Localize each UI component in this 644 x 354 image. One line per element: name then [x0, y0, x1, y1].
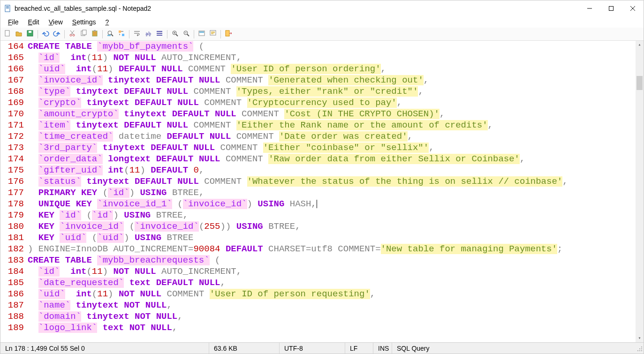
vertical-scrollbar[interactable]: ▴ ▾ — [636, 41, 644, 342]
open-icon — [15, 30, 23, 38]
toolbar-scheme-button[interactable] — [197, 29, 207, 39]
code-line[interactable]: ) ENGINE=InnoDB AUTO_INCREMENT=90084 DEF… — [28, 243, 635, 255]
toolbar-undo-button[interactable] — [40, 29, 51, 39]
code-line[interactable]: KEY `invoice_id` (`invoice_id`(255)) USI… — [28, 221, 635, 232]
code-line[interactable]: `3rd_party` tinytext DEFAULT NULL COMMEN… — [28, 142, 635, 153]
scroll-up-arrow[interactable]: ▴ — [636, 41, 644, 49]
code-line[interactable]: `date_requested` text DEFAULT NULL, — [28, 277, 635, 288]
code-content[interactable]: CREATE TABLE `mybb_bf_payments` ( `id` i… — [28, 41, 644, 342]
line-number: 169 — [0, 97, 24, 108]
code-line[interactable]: `domain` tinytext NOT NULL, — [28, 311, 635, 322]
svg-rect-23 — [157, 31, 162, 32]
svg-rect-25 — [157, 35, 162, 36]
code-line[interactable]: CREATE TABLE `mybb_bf_payments` ( — [28, 41, 635, 52]
status-lexer[interactable]: SQL Query — [392, 343, 635, 354]
toolbar-find-button[interactable] — [105, 29, 115, 39]
svg-rect-14 — [83, 30, 86, 35]
code-line[interactable]: `id` int(11) NOT NULL AUTO_INCREMENT, — [28, 266, 635, 277]
code-line[interactable]: PRIMARY KEY (`id`) USING BTREE, — [28, 187, 635, 198]
editor-area[interactable]: 1641651661671681691701711721731741751761… — [0, 41, 644, 342]
toolbar-redo-button[interactable] — [52, 29, 62, 39]
code-line[interactable]: KEY `id` (`id`) USING BTREE, — [28, 210, 635, 221]
code-line[interactable]: `gifter_uid` int(11) DEFAULT 0, — [28, 165, 635, 176]
line-number: 178 — [0, 198, 24, 210]
toolbar-show-ws-button[interactable]: a̱ḇ — [143, 29, 153, 39]
svg-line-31 — [187, 34, 189, 36]
app-icon — [4, 5, 12, 12]
menu-item-view[interactable]: View — [45, 17, 67, 27]
code-line[interactable]: `logo_link` text NOT NULL, — [28, 322, 635, 333]
status-encoding[interactable]: UTF-8 — [280, 343, 345, 354]
line-number: 177 — [0, 187, 24, 198]
maximize-button[interactable] — [600, 0, 622, 16]
toolbar-separator — [102, 30, 103, 38]
toolbar-open-button[interactable] — [14, 29, 24, 39]
scrollbar-thumb[interactable] — [636, 76, 643, 90]
svg-rect-34 — [199, 31, 204, 33]
line-number: 183 — [0, 255, 24, 266]
line-number: 170 — [0, 108, 24, 120]
toolbar-copy-button[interactable] — [78, 29, 89, 39]
menu-item-settings[interactable]: Settings — [68, 17, 100, 27]
close-button[interactable] — [622, 0, 644, 16]
status-insmode[interactable]: INS — [373, 343, 392, 354]
code-line[interactable]: `uid` int(11) DEFAULT NULL COMMENT 'User… — [28, 63, 635, 75]
code-line[interactable]: `type` tinytext DEFAULT NULL COMMENT 'Ty… — [28, 86, 635, 97]
svg-rect-20 — [119, 30, 121, 33]
code-line[interactable]: `status` tinytext DEFAULT NULL COMMENT '… — [28, 176, 635, 187]
svg-line-18 — [111, 34, 113, 36]
toolbar-cut-button[interactable] — [67, 29, 77, 39]
line-number: 175 — [0, 165, 24, 176]
menu-item-edit[interactable]: Edit — [24, 17, 43, 27]
toolbar-zoom-out-button[interactable] — [181, 29, 191, 39]
toolbar-exit-button[interactable] — [223, 29, 234, 39]
svg-rect-8 — [5, 30, 9, 36]
minimize-button[interactable] — [579, 0, 600, 16]
code-line[interactable]: CREATE TABLE `mybb_breachrequests` ( — [28, 255, 635, 266]
code-line[interactable]: `uid` int(11) NOT NULL COMMENT 'User ID … — [28, 288, 635, 300]
code-line[interactable]: `invoice_id` tinytext DEFAULT NULL COMME… — [28, 75, 635, 86]
code-line[interactable]: `name` tinytext NOT NULL, — [28, 300, 635, 311]
menu-item-file[interactable]: File — [4, 17, 23, 27]
status-bar: Ln 178 : 1,499 Col 55 Sel 0 63.6 KB UTF-… — [0, 342, 644, 354]
svg-line-27 — [176, 34, 178, 36]
toolbar: a̱ḇ — [0, 28, 644, 41]
code-line[interactable]: UNIQUE KEY `invoice_id_1` (`invoice_id`)… — [28, 198, 635, 210]
line-number: 164 — [0, 41, 24, 52]
line-number: 176 — [0, 176, 24, 187]
toolbar-preview-button[interactable] — [208, 29, 218, 39]
toolbar-zoom-in-button[interactable] — [170, 29, 180, 39]
code-line[interactable]: `amount_crypto` tinytext DEFAULT NULL CO… — [28, 108, 635, 120]
code-line[interactable]: `id` int(11) NOT NULL AUTO_INCREMENT, — [28, 52, 635, 63]
code-line[interactable]: `item` tinytext DEFAULT NULL COMMENT 'Ei… — [28, 120, 635, 131]
status-eol[interactable]: LF — [345, 343, 373, 354]
exit-icon — [225, 30, 232, 38]
line-number: 188 — [0, 311, 24, 322]
line-number: 173 — [0, 142, 24, 153]
toolbar-paste-button[interactable] — [90, 29, 100, 39]
code-line[interactable]: `order_data` longtext DEFAULT NULL COMME… — [28, 153, 635, 165]
toolbar-replace-button[interactable] — [116, 29, 127, 39]
svg-point-42 — [641, 350, 642, 351]
code-line[interactable]: KEY `uid` (`uid`) USING BTREE — [28, 232, 635, 243]
copy-icon — [80, 30, 87, 38]
paste-icon — [91, 30, 98, 38]
line-number: 179 — [0, 210, 24, 221]
code-line[interactable]: `time_created` datetime DEFAULT NULL COM… — [28, 131, 635, 142]
code-line[interactable]: `crypto` tinytext DEFAULT NULL COMMENT '… — [28, 97, 635, 108]
svg-rect-10 — [29, 31, 31, 33]
svg-rect-3 — [6, 8, 9, 8]
toolbar-new-button[interactable] — [2, 29, 13, 39]
toolbar-separator — [167, 30, 167, 38]
resize-grip[interactable] — [635, 344, 644, 353]
toolbar-bookmarks-button[interactable] — [154, 29, 165, 39]
zoom-in-icon — [171, 30, 179, 38]
svg-rect-24 — [157, 33, 162, 34]
line-number: 168 — [0, 86, 24, 97]
menu-item-help[interactable]: ? — [101, 17, 113, 27]
scroll-down-arrow[interactable]: ▾ — [636, 334, 644, 342]
toolbar-word-wrap-button[interactable] — [132, 29, 142, 39]
line-number: 166 — [0, 63, 24, 75]
toolbar-save-button[interactable] — [25, 29, 35, 39]
line-number: 174 — [0, 153, 24, 165]
